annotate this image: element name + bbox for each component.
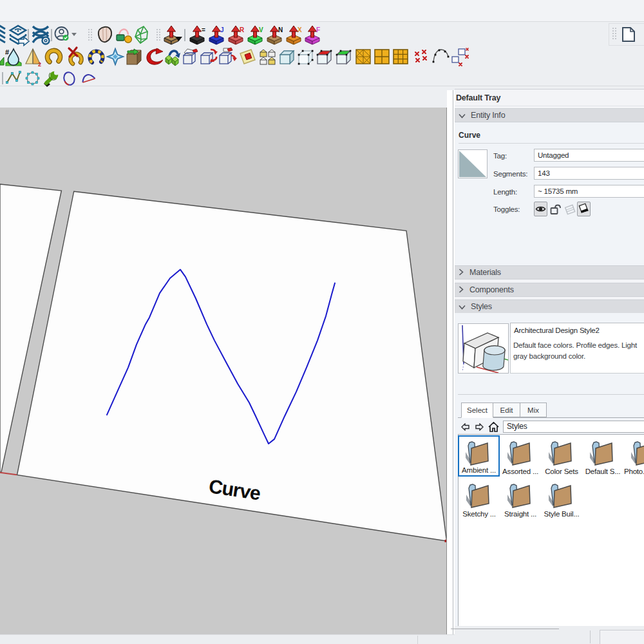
svg-text:X: X — [298, 26, 302, 33]
svg-text:2: 2 — [38, 61, 41, 68]
svg-text:F: F — [316, 26, 320, 33]
svg-text:#: # — [5, 48, 9, 56]
svg-text:V: V — [259, 26, 263, 33]
svg-text:=: = — [202, 26, 205, 33]
svg-text:R: R — [240, 26, 245, 33]
svg-text:N: N — [278, 26, 283, 33]
svg-text:J: J — [220, 26, 224, 33]
